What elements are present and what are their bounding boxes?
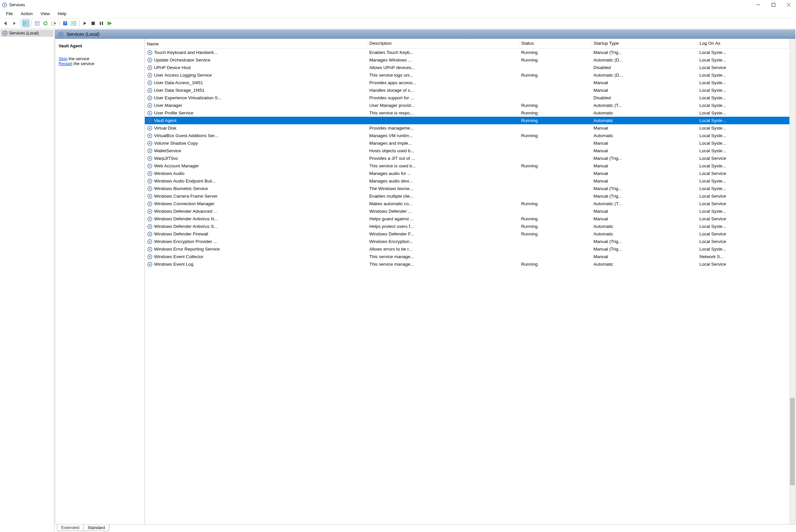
detail-pane: Vault Agent Stop the service Restart the… (55, 39, 145, 524)
restart-service-link[interactable]: Restart (59, 61, 72, 66)
column-status[interactable]: Status (519, 39, 592, 49)
service-row[interactable]: Touch Keyboard and Handwrit...Enables To… (145, 49, 790, 57)
service-logon-cell: Local Service (698, 200, 790, 208)
pause-service-button[interactable] (97, 19, 105, 27)
service-row[interactable]: User Data Storage_1f451Handles storage o… (145, 87, 790, 94)
service-row[interactable]: Windows Event LogThis service manage...R… (145, 261, 790, 268)
menu-view[interactable]: View (37, 11, 53, 17)
show-hide-action-button[interactable] (70, 19, 77, 27)
services-table: ˆName Description Status Startup Type Lo… (145, 39, 790, 268)
service-row[interactable]: User Experience Virtualization S...Provi… (145, 94, 790, 101)
service-row[interactable]: Windows Defender FirewallWindows Defende… (145, 230, 790, 238)
refresh-button[interactable] (41, 19, 49, 27)
column-name[interactable]: ˆName (145, 39, 367, 49)
service-icon (147, 57, 153, 63)
service-name-cell: Windows Defender Antivirus S... (145, 223, 367, 230)
service-row[interactable]: Windows Defender Antivirus S...Helps pro… (145, 223, 790, 230)
service-startup-cell: Manual (592, 253, 698, 261)
help-button[interactable]: ? (61, 19, 69, 27)
stop-service-link[interactable]: Stop (59, 56, 68, 61)
service-desc-cell: This service logs uni... (367, 71, 519, 79)
menu-action[interactable]: Action (17, 11, 36, 17)
service-logon-cell: Local Service (698, 64, 790, 71)
tree-item-services-local[interactable]: Services (Local) (1, 30, 53, 37)
service-startup-cell: Manual (Trig... (592, 245, 698, 253)
service-row[interactable]: User Data Access_1f451Provides apps acce… (145, 79, 790, 87)
service-icon (147, 231, 153, 237)
service-row[interactable]: User Access Logging ServiceThis service … (145, 71, 790, 79)
service-desc-cell: Provides a JIT out of ... (367, 154, 519, 162)
service-name-cell: Volume Shadow Copy (145, 139, 367, 147)
vertical-scrollbar[interactable] (790, 39, 795, 524)
service-row[interactable]: Windows Defender Antivirus N...Helps gua… (145, 215, 790, 223)
properties-button[interactable] (33, 19, 41, 27)
service-row[interactable]: User ManagerUser Manager provid...Runnin… (145, 101, 790, 109)
close-button[interactable] (781, 0, 796, 10)
forward-button[interactable] (10, 19, 18, 27)
service-status-cell (519, 124, 592, 132)
service-status-cell (519, 64, 592, 71)
scrollbar-thumb[interactable] (790, 398, 795, 485)
service-row[interactable]: VirtualBox Guest Additions Ser...Manages… (145, 132, 790, 139)
service-row[interactable]: Web Account ManagerThis service is used … (145, 162, 790, 170)
service-row[interactable]: Virtual DiskProvides manageme...ManualLo… (145, 124, 790, 132)
maximize-button[interactable] (766, 0, 781, 10)
column-logon[interactable]: Log On As (698, 39, 790, 49)
service-startup-cell: Automatic (D... (592, 71, 698, 79)
service-row[interactable]: UPnP Device HostAllows UPnP devices...Di… (145, 64, 790, 71)
service-row[interactable]: Windows Camera Frame ServerEnables multi… (145, 192, 790, 200)
service-startup-cell: Manual (592, 139, 698, 147)
service-icon (147, 50, 153, 56)
service-startup-cell: Automatic (592, 230, 698, 238)
service-desc-cell: Manages and imple... (367, 139, 519, 147)
service-row[interactable]: Update Orchestrator ServiceManages Windo… (145, 56, 790, 64)
show-hide-tree-button[interactable] (22, 19, 30, 27)
service-status-cell (519, 253, 592, 261)
service-row[interactable]: Windows Connection ManagerMakes automati… (145, 200, 790, 208)
tab-standard[interactable]: Standard (83, 524, 109, 531)
service-name-cell: Windows Defender Advanced ... (145, 208, 367, 215)
export-button[interactable] (50, 19, 58, 27)
service-desc-cell: This service is used b... (367, 162, 519, 170)
start-service-button[interactable] (81, 19, 89, 27)
service-desc-cell: Provides support for ... (367, 94, 519, 101)
service-status-cell (519, 147, 592, 154)
menubar: File Action View Help (0, 10, 796, 18)
restart-service-button[interactable] (106, 19, 113, 27)
service-row[interactable]: Windows Biometric ServiceThe Windows bio… (145, 185, 790, 192)
service-name-cell: User Data Storage_1f451 (145, 87, 367, 94)
service-desc-cell: Hosts objects used b... (367, 147, 519, 154)
service-row[interactable]: Windows Error Reporting ServiceAllows er… (145, 245, 790, 253)
menu-help[interactable]: Help (54, 11, 70, 17)
service-row[interactable]: User Profile ServiceThis service is resp… (145, 109, 790, 117)
service-row[interactable]: Vault AgentRunningAutomaticLocal Syste..… (145, 117, 790, 124)
service-logon-cell: Local Syste... (698, 245, 790, 253)
back-button[interactable] (2, 19, 10, 27)
menu-file[interactable]: File (3, 11, 16, 17)
service-icon (147, 171, 153, 176)
service-row[interactable]: Volume Shadow CopyManages and imple...Ma… (145, 139, 790, 147)
service-logon-cell: Local Syste... (698, 208, 790, 215)
column-startup[interactable]: Startup Type (592, 39, 698, 49)
minimize-button[interactable] (750, 0, 766, 10)
service-status-cell: Running (519, 56, 592, 64)
service-row[interactable]: Windows AudioManages audio for ...Manual… (145, 170, 790, 177)
service-row[interactable]: Windows Encryption Provider ...Windows E… (145, 238, 790, 245)
service-status-cell: Running (519, 223, 592, 230)
column-description[interactable]: Description (367, 39, 519, 49)
service-row[interactable]: WalletServiceHosts objects used b...Manu… (145, 147, 790, 154)
service-name-label: Windows Event Log (154, 262, 193, 267)
service-name-label: Windows Audio Endpoint Buil... (154, 178, 216, 184)
service-row[interactable]: WarpJITSvcProvides a JIT out of ...Manua… (145, 154, 790, 162)
service-row[interactable]: Windows Audio Endpoint Buil...Manages au… (145, 177, 790, 185)
service-row[interactable]: Windows Event CollectorThis service mana… (145, 253, 790, 261)
service-icon (147, 254, 153, 260)
service-name-label: WalletService (154, 148, 181, 153)
service-desc-cell: Manages VM runtim... (367, 132, 519, 139)
toolbar: ? (0, 18, 796, 28)
service-row[interactable]: Windows Defender Advanced ...Windows Def… (145, 208, 790, 215)
stop-service-button[interactable] (89, 19, 97, 27)
tab-extended[interactable]: Extended (57, 524, 84, 531)
service-startup-cell: Automatic (D... (592, 56, 698, 64)
service-name-cell: User Profile Service (145, 109, 367, 117)
